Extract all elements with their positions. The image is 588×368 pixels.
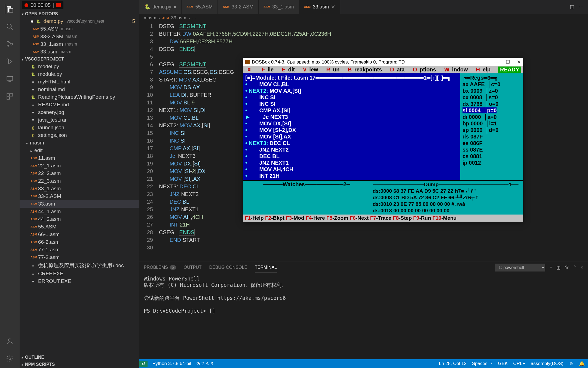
file-item[interactable]: ASM22_2.asm [20, 170, 139, 177]
td-menu[interactable]: ≡ FileEditViewRunBreakpointsDataOptionsW… [243, 66, 523, 73]
editor-tab[interactable]: ASM 55.ASM [182, 0, 218, 14]
file-item[interactable]: edit [20, 147, 139, 154]
minimize-icon[interactable]: — [494, 59, 499, 65]
stop-icon[interactable] [56, 3, 61, 7]
td-code-panel[interactable]: [■]=Module: t File: t.asm 17════════════… [243, 73, 460, 180]
outline-header[interactable]: OUTLINE [20, 354, 139, 361]
file-item[interactable]: {}settings.json [20, 131, 139, 139]
editor-tab[interactable]: ASM 33.asm ✕ [299, 0, 340, 14]
breadcrumb[interactable]: masm ASM33.asm ... [139, 14, 588, 22]
cursor-pos[interactable]: Ln 28, Col 12 [439, 361, 467, 366]
tab-debug-console[interactable]: DEBUG CONSOLE [209, 262, 247, 273]
dosbox-titlebar[interactable]: DOSBox 0.74-3, Cpu speed: max 100% cycle… [243, 58, 523, 66]
spaces-status[interactable]: Spaces: 7 [472, 361, 493, 366]
file-item[interactable]: ≡CREF.EXE [20, 270, 139, 277]
project-header[interactable]: VSCODEPROJECT [20, 56, 139, 63]
split-editor-icon[interactable]: ◫ [570, 4, 574, 10]
code-editor[interactable]: 1234567891011121314151617181920212223242… [139, 22, 588, 261]
tab-output[interactable]: OUTPUT [184, 262, 202, 273]
file-item[interactable]: ≡myHTML.html [20, 78, 139, 86]
tab-terminal[interactable]: TERMINAL [255, 262, 277, 273]
open-editor-item[interactable]: ASM33.asm masm [20, 48, 139, 56]
search-icon[interactable] [5, 22, 15, 32]
file-item[interactable]: ASM22_3.asm [20, 177, 139, 185]
main-area: 🐍 demo.py ●ASM 55.ASMASM 33-2.ASMASM 33_… [139, 0, 588, 368]
file-item[interactable]: ASM66-1.asm [20, 231, 139, 238]
file-item[interactable]: 🐍module.py [20, 70, 139, 78]
td-fkeys[interactable]: F1-Help F2-Bkpt F3-Mod F4-Here F5-Zoom F… [243, 215, 523, 222]
file-item[interactable]: {}launch.json [20, 124, 139, 131]
dosbox-window[interactable]: DOSBox 0.74-3, Cpu speed: max 100% cycle… [243, 58, 523, 222]
npm-header[interactable]: NPM SCRIPTS [20, 361, 139, 368]
open-editors-header[interactable]: OPEN EDITORS [20, 10, 139, 17]
svg-rect-8 [7, 97, 10, 99]
maximize-panel-icon[interactable]: ^ [574, 265, 576, 270]
td-ready: READY [498, 67, 521, 73]
editor-tab[interactable]: 🐍 demo.py ● [139, 0, 182, 14]
feedback-icon[interactable]: ☺ [569, 361, 574, 366]
open-editor-item[interactable]: ASM55.ASM masm [20, 25, 139, 33]
maximize-icon[interactable]: ☐ [506, 59, 510, 65]
td-regs-panel[interactable]: ╔═Regs═3═╗ ax AAFE │c=0 bx 0009 │z=0 cx … [460, 73, 523, 180]
eol-status[interactable]: CRLF [513, 361, 525, 366]
file-item[interactable]: ASM77-2.asm [20, 254, 139, 261]
terminal-selector[interactable]: 1: powershell [495, 264, 545, 272]
editor-tab[interactable]: ASM 33-2.ASM [218, 0, 259, 14]
td-dump-panel[interactable]: ──────────────Dump───────────────────4──… [370, 180, 523, 215]
extensions-icon[interactable] [5, 92, 15, 101]
minimap[interactable] [561, 22, 588, 261]
tab-problems[interactable]: PROBLEMS5 [144, 262, 176, 273]
split-terminal-icon[interactable]: ◫ [556, 265, 561, 270]
svg-point-3 [11, 43, 13, 45]
lang-status[interactable]: assembly(DOS) [531, 361, 564, 366]
file-item[interactable]: ≡README.md [20, 101, 139, 108]
open-editor-item[interactable]: ASM33_1.asm masm [20, 40, 139, 48]
file-item[interactable]: ASM77-1.asm [20, 246, 139, 254]
encoding-status[interactable]: GBK [498, 361, 508, 366]
file-item[interactable]: ASM55.ASM [20, 223, 139, 231]
file-item[interactable]: ASM22_1.asm [20, 162, 139, 170]
python-status[interactable]: Python 3.7.8 64-bit [152, 361, 191, 366]
file-item[interactable]: ASM33.asm [20, 200, 139, 208]
remote-status[interactable]: ⇄ [139, 361, 148, 367]
editor-tabs: 🐍 demo.py ●ASM 55.ASMASM 33-2.ASMASM 33_… [139, 0, 588, 14]
scm-icon[interactable] [5, 39, 15, 49]
errors-status[interactable]: ⊘ 2 ⚠ 3 [196, 361, 213, 367]
file-item[interactable]: ASM33_1.asm [20, 185, 139, 192]
open-editor-item[interactable]: ●🐍demo.py .vscode\python_test5 [20, 17, 139, 25]
file-item[interactable]: ≡ERROUT.EXE [20, 277, 139, 285]
file-item[interactable]: ≡微机原理及应用实验指导(学生用).doc [20, 261, 139, 270]
td-watch-panel[interactable]: ─────Watches──────────2─ [243, 180, 370, 213]
new-terminal-icon[interactable]: + [550, 265, 552, 270]
file-item[interactable]: 🐍ReadingPicturesWritingPoems.py [20, 93, 139, 101]
bell-icon[interactable]: 🔔 [579, 361, 585, 367]
debug-icon[interactable] [5, 57, 15, 67]
bottom-panel: PROBLEMS5 OUTPUT DEBUG CONSOLE TERMINAL … [139, 261, 588, 359]
trash-icon[interactable]: 🗑 [565, 265, 569, 270]
record-dot-icon [24, 3, 28, 7]
close-icon[interactable]: ✕ [517, 59, 521, 65]
file-item[interactable]: ASM44_2.asm [20, 215, 139, 223]
account-icon[interactable] [5, 336, 15, 346]
file-item[interactable]: 🐍model.py [20, 63, 139, 70]
editor-tab[interactable]: ASM 33_1.asm [259, 0, 299, 14]
file-item[interactable]: masm [20, 139, 139, 147]
terminal-body[interactable]: Windows PowerShell 版权所有 (C) Microsoft Co… [139, 273, 588, 359]
file-item[interactable]: ASM66-2.asm [20, 238, 139, 246]
gear-icon[interactable] [5, 354, 15, 364]
screencast-recorder[interactable]: 00:00:05 | [22, 1, 63, 9]
explorer-icon[interactable] [5, 4, 14, 14]
svg-point-2 [7, 45, 9, 47]
open-editor-item[interactable]: ASM33-2.ASM masm [20, 33, 139, 40]
remote-icon[interactable] [5, 74, 15, 84]
more-actions-icon[interactable]: ⋯ [579, 4, 584, 10]
file-item[interactable]: ASM11.asm [20, 154, 139, 162]
file-item[interactable]: ASM44_1.asm [20, 208, 139, 215]
file-item[interactable]: ≡scenery.jpg [20, 108, 139, 116]
file-item[interactable]: ≡java_test.rar [20, 116, 139, 124]
dosbox-icon [245, 60, 250, 64]
close-panel-icon[interactable]: ✕ [580, 265, 584, 270]
file-item[interactable]: ≡nominal.md [20, 86, 139, 93]
activity-bar [0, 0, 20, 368]
file-item[interactable]: ASM33-2.ASM [20, 192, 139, 200]
